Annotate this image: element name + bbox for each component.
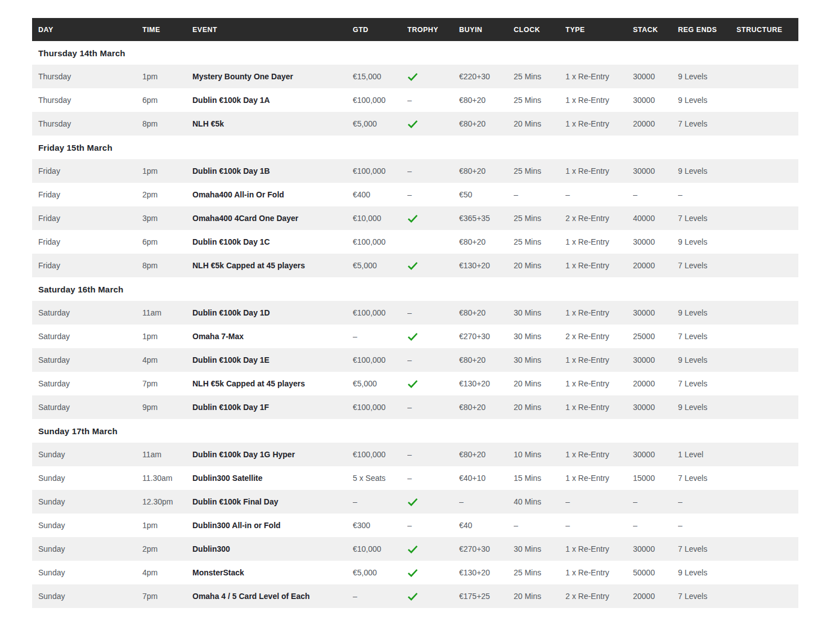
cell-day: Sunday	[38, 568, 142, 577]
table-row: Sunday11amDublin €100k Day 1G Hyper€100,…	[32, 443, 798, 466]
cell-buyin: –	[459, 497, 514, 506]
cell-gtd: €100,000	[353, 166, 407, 175]
cell-gtd: €100,000	[353, 450, 407, 459]
cell-day: Friday	[38, 214, 142, 223]
cell-buyin: €80+20	[459, 96, 514, 105]
cell-reg-ends: 9 Levels	[678, 237, 736, 246]
cell-clock: 25 Mins	[514, 72, 565, 81]
cell-clock: 30 Mins	[514, 544, 565, 553]
cell-reg-ends: 7 Levels	[678, 332, 736, 341]
cell-buyin: €40	[459, 521, 514, 530]
section-title: Thursday 14th March	[38, 48, 125, 58]
cell-time: 11am	[142, 308, 192, 317]
cell-type: 1 x Re-Entry	[565, 355, 633, 364]
cell-gtd: €10,000	[353, 214, 407, 223]
cell-stack: –	[633, 190, 678, 199]
cell-time: 6pm	[142, 237, 192, 246]
cell-buyin: €80+20	[459, 119, 514, 128]
cell-stack: 30000	[633, 308, 678, 317]
cell-gtd: €5,000	[353, 119, 407, 128]
cell-day: Sunday	[38, 450, 142, 459]
cell-event: Dublin €100k Day 1G Hyper	[192, 450, 353, 459]
cell-gtd: –	[353, 592, 407, 601]
cell-trophy: –	[407, 474, 459, 483]
cell-clock: 25 Mins	[514, 237, 565, 246]
cell-clock: 20 Mins	[514, 119, 565, 128]
cell-stack: 30000	[633, 450, 678, 459]
cell-gtd: €100,000	[353, 96, 407, 105]
cell-stack: 30000	[633, 72, 678, 81]
cell-day: Thursday	[38, 96, 142, 105]
column-header-reg-ends: REG ENDS	[678, 26, 736, 34]
column-header-buyin: BUYIN	[459, 26, 514, 34]
cell-stack: 30000	[633, 237, 678, 246]
cell-clock: 20 Mins	[514, 403, 565, 412]
cell-buyin: €80+20	[459, 403, 514, 412]
cell-event: Omaha 7-Max	[192, 332, 353, 341]
cell-clock: 25 Mins	[514, 214, 565, 223]
cell-reg-ends: 7 Levels	[678, 544, 736, 553]
cell-type: 1 x Re-Entry	[565, 119, 633, 128]
section-header-row: Sunday 17th March	[32, 419, 798, 443]
table-row: Friday2pmOmaha400 All-in Or Fold€400–€50…	[32, 183, 798, 206]
section-header-row: Saturday 16th March	[32, 277, 798, 301]
cell-trophy: –	[407, 190, 459, 199]
cell-event: NLH €5k	[192, 119, 353, 128]
cell-day: Sunday	[38, 592, 142, 601]
cell-gtd: €300	[353, 521, 407, 530]
column-header-day: DAY	[38, 26, 142, 34]
cell-day: Sunday	[38, 497, 142, 506]
cell-type: 1 x Re-Entry	[565, 379, 633, 388]
cell-stack: –	[633, 521, 678, 530]
cell-buyin: €270+30	[459, 544, 514, 553]
cell-day: Friday	[38, 237, 142, 246]
table-header-row: DAY TIME EVENT GTD TROPHY BUYIN CLOCK TY…	[32, 18, 798, 41]
cell-clock: 30 Mins	[514, 308, 565, 317]
cell-type: 1 x Re-Entry	[565, 96, 633, 105]
cell-stack: 20000	[633, 592, 678, 601]
table-row: Sunday12.30pmDublin €100k Final Day––40 …	[32, 490, 798, 514]
cell-day: Friday	[38, 166, 142, 175]
cell-type: 2 x Re-Entry	[565, 592, 633, 601]
cell-stack: 30000	[633, 355, 678, 364]
table-row: Thursday8pmNLH €5k€5,000€80+2020 Mins1 x…	[32, 112, 798, 136]
cell-reg-ends: 7 Levels	[678, 261, 736, 270]
cell-event: Dublin €100k Day 1E	[192, 355, 353, 364]
cell-event: Dublin €100k Day 1D	[192, 308, 353, 317]
cell-reg-ends: 7 Levels	[678, 474, 736, 483]
cell-type: 1 x Re-Entry	[565, 450, 633, 459]
table-row: Saturday9pmDublin €100k Day 1F€100,000–€…	[32, 395, 798, 419]
cell-buyin: €80+20	[459, 355, 514, 364]
cell-time: 11.30am	[142, 474, 192, 483]
section-title: Saturday 16th March	[38, 285, 123, 294]
trophy-check-icon	[407, 545, 459, 553]
cell-time: 7pm	[142, 592, 192, 601]
cell-reg-ends: –	[678, 497, 736, 506]
table-row: Sunday1pmDublin300 All-in or Fold€300–€4…	[32, 514, 798, 537]
column-header-time: TIME	[142, 26, 192, 34]
cell-reg-ends: 9 Levels	[678, 308, 736, 317]
cell-reg-ends: 7 Levels	[678, 214, 736, 223]
cell-stack: 15000	[633, 474, 678, 483]
cell-day: Saturday	[38, 379, 142, 388]
cell-gtd: €100,000	[353, 237, 407, 246]
cell-event: Omaha400 All-in Or Fold	[192, 190, 353, 199]
cell-trophy: –	[407, 355, 459, 364]
cell-reg-ends: 9 Levels	[678, 355, 736, 364]
column-header-stack: STACK	[633, 26, 678, 34]
table-row: Saturday4pmDublin €100k Day 1E€100,000–€…	[32, 348, 798, 372]
table-row: Friday1pmDublin €100k Day 1B€100,000–€80…	[32, 159, 798, 183]
cell-gtd: €100,000	[353, 308, 407, 317]
cell-time: 2pm	[142, 544, 192, 553]
cell-buyin: €365+35	[459, 214, 514, 223]
cell-trophy: –	[407, 166, 459, 175]
trophy-check-icon	[407, 332, 459, 341]
cell-trophy: –	[407, 450, 459, 459]
cell-time: 4pm	[142, 568, 192, 577]
cell-time: 2pm	[142, 190, 192, 199]
cell-buyin: €80+20	[459, 450, 514, 459]
trophy-check-icon	[407, 380, 459, 388]
cell-stack: 20000	[633, 261, 678, 270]
cell-buyin: €220+30	[459, 72, 514, 81]
cell-event: Dublin €100k Final Day	[192, 497, 353, 506]
